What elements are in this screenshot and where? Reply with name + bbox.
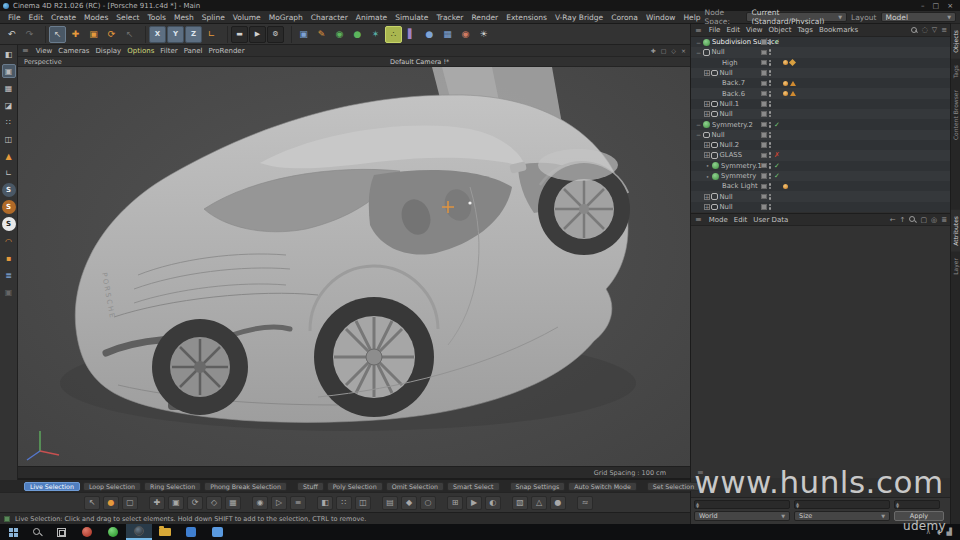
task-view-button[interactable] [50,524,72,540]
workplane-icon[interactable]: ≣ [2,268,16,282]
object-tree-item[interactable]: GLASS [691,150,951,160]
object-tree-item[interactable]: High [691,58,951,68]
separator[interactable] [41,26,46,43]
coordinate-system[interactable]: ∟ [203,26,220,43]
object-tree-item[interactable]: Null.2 [691,140,951,150]
prorender[interactable]: ProRender [206,47,248,55]
add-subdivision-surface[interactable]: ● [349,26,366,43]
visibility-dots[interactable] [769,194,772,200]
visibility-dots[interactable] [769,163,772,169]
layer-color-box[interactable] [761,111,767,117]
bottom-toolbar-icon[interactable]: ∷ [336,496,352,510]
object[interactable]: Object [766,26,795,34]
visibility-dots[interactable] [769,60,772,66]
add-fields[interactable]: ▦ [439,26,456,43]
edit[interactable]: Edit [731,216,751,224]
taskbar-search-button[interactable] [26,524,48,540]
dot-tag-icon[interactable] [783,184,788,189]
object-tree-item[interactable]: Null.1 [691,99,951,109]
view[interactable]: View [33,47,56,55]
modes[interactable]: Modes [80,13,112,22]
list-icon[interactable]: ≡ [941,26,947,34]
taskbar-app-red[interactable] [74,524,100,540]
corona[interactable]: Corona [607,13,642,22]
layer-color-box[interactable] [761,39,767,45]
object-tags[interactable] [783,78,796,88]
bottom-toolbar-icon[interactable]: ○ [420,496,436,510]
add-generator[interactable]: ◉ [331,26,348,43]
enable-state-icon[interactable] [773,162,781,170]
visibility-dots[interactable] [769,152,772,158]
visibility-dots[interactable] [769,122,772,128]
visibility-dots[interactable] [769,91,772,97]
object-tree-item[interactable]: Back.7 [691,78,951,88]
visibility-dots[interactable] [769,173,772,179]
extensions[interactable]: Extensions [502,13,551,22]
bottom-toolbar-icon[interactable]: ▶ [466,496,482,510]
poly-selection[interactable]: Poly Selection [327,482,383,491]
scale-tool[interactable]: ▣ [85,26,102,43]
dot-tag-icon[interactable] [783,81,788,86]
view-label[interactable]: Perspective [24,58,62,66]
taskbar-app-window[interactable] [204,524,230,540]
bottom-toolbar-icon[interactable]: ▢ [122,496,138,510]
coordinate-mode-dropdown[interactable]: World▼ [694,511,790,521]
separator[interactable] [223,26,228,43]
attribute-hamburger-icon[interactable]: ≡ [695,215,702,224]
layer-color-box[interactable] [761,142,767,148]
panel-menu-icon[interactable]: ≡ [697,468,704,477]
object-tree-item[interactable]: Null [691,109,951,119]
back-icon[interactable]: ← [890,216,896,224]
texture-mode-icon[interactable]: ▦ [2,81,16,95]
visibility-dots[interactable] [769,101,772,107]
layer-color-box[interactable] [761,153,767,159]
bottom-toolbar-icon[interactable]: ▣ [168,496,184,510]
tracker[interactable]: Tracker [432,13,467,22]
tray-volume-icon[interactable]: ◖ [937,528,941,536]
bookmarks[interactable]: Bookmarks [816,26,861,34]
bottom-toolbar-icon[interactable]: ▦ [225,496,241,510]
bottom-toolbar-icon[interactable]: ▧ [512,496,528,510]
visibility-dots[interactable] [769,111,772,117]
tools[interactable]: Tools [144,13,170,22]
v-ray-bridge[interactable]: V-Ray Bridge [551,13,607,22]
layer-color-box[interactable] [761,163,767,169]
bottom-toolbar-icon[interactable]: ↖ [84,496,100,510]
add-spline-pen[interactable]: ✎ [313,26,330,43]
visibility-dots[interactable] [769,132,772,138]
start-button[interactable] [2,524,24,540]
object-tree-item[interactable]: Subdivision Surface [691,37,951,47]
layout-dropdown[interactable]: Model▼ [881,12,957,22]
add-primitive-cube[interactable]: ▣ [295,26,312,43]
coordinate-field-x[interactable]: ▲▼ [694,500,790,509]
bottom-toolbar-icon[interactable]: ◆ [401,496,417,510]
layer-color-box[interactable] [761,204,767,210]
bottom-toolbar-icon[interactable]: ● [550,496,566,510]
viewport-canvas[interactable]: PORSCHE [18,67,690,466]
axis-mode-icon[interactable]: ∟ [2,166,16,180]
volume[interactable]: Volume [229,13,265,22]
bottom-toolbar-icon[interactable]: ◐ [485,496,501,510]
display[interactable]: Display [92,47,124,55]
window[interactable]: Window [642,13,680,22]
locked-workplane-icon[interactable]: ▣ [2,285,16,299]
enable-state-icon[interactable] [773,172,781,180]
bottom-toolbar-icon[interactable]: ◇ [206,496,222,510]
taskbar-app-active[interactable] [126,524,152,540]
object-tree-item[interactable]: Back.6 [691,88,951,98]
maximize-view-icon[interactable]: ◇ [671,47,676,54]
layer-color-box[interactable] [761,132,767,138]
mode[interactable]: Mode [706,216,731,224]
coordinate-size-dropdown[interactable]: Size▼ [794,511,890,521]
help[interactable]: Help [679,13,704,22]
visibility-dots[interactable] [769,142,772,148]
stuff[interactable]: Stuff [297,482,324,491]
bottom-toolbar-icon[interactable]: ◫ [355,496,371,510]
bottom-toolbar-icon[interactable]: ▷ [271,496,287,510]
axis-y-lock[interactable]: Y [167,26,184,43]
warn-tag-icon[interactable] [790,91,796,96]
snap-settings-icon[interactable]: S [2,217,16,231]
rotate-tool[interactable]: ⟳ [103,26,120,43]
render-view-button[interactable]: ▬ [231,26,248,43]
add-camera[interactable]: ◉ [457,26,474,43]
